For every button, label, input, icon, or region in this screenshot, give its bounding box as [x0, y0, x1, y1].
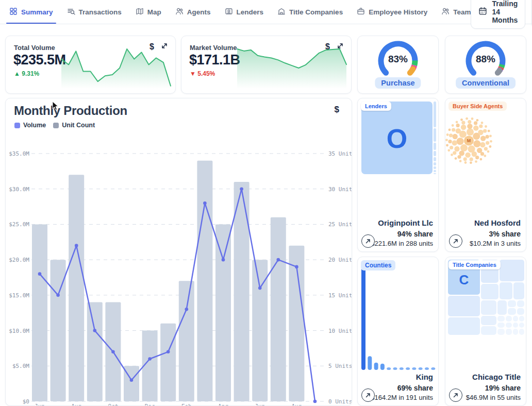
svg-text:Apr: Apr	[218, 403, 228, 406]
county-bar-9[interactable]	[419, 367, 423, 370]
svg-text:$5.0M: $5.0M	[12, 363, 29, 369]
nav-tab-summary[interactable]: Summary	[9, 0, 53, 24]
unit-count-point-6[interactable]	[148, 357, 152, 361]
kpi-change: ▲ 9.31%	[14, 70, 39, 77]
building-icon	[277, 7, 286, 17]
county-bar-11[interactable]	[431, 367, 435, 370]
volume-bar-aug-2[interactable]	[69, 175, 84, 401]
unit-count-point-4[interactable]	[111, 350, 115, 354]
unit-count-point-8[interactable]	[185, 308, 189, 311]
county-bar-0[interactable]	[361, 264, 365, 370]
county-bar-5[interactable]	[393, 367, 397, 370]
county-bar-1[interactable]	[368, 356, 372, 370]
county-name: King	[371, 371, 433, 383]
counties-bar-chart[interactable]	[361, 260, 437, 372]
volume-bar-jul-13[interactable]	[271, 217, 286, 401]
nav-tab-agents[interactable]: Agents	[175, 0, 211, 24]
calendar-icon	[478, 7, 487, 17]
agent-detail: $10.2M in 3 units	[470, 239, 521, 249]
volume-bar-jan-7[interactable]	[160, 324, 176, 401]
nav-tabs: SummaryTransactionsMapAgentsLendersTitle…	[0, 0, 471, 24]
unit-count-point-1[interactable]	[56, 294, 60, 297]
team-icon	[441, 7, 450, 17]
unit-count-point-0[interactable]	[38, 272, 42, 276]
svg-text:$20.0M: $20.0M	[9, 257, 29, 263]
svg-text:30 Units: 30 Units	[328, 186, 352, 193]
svg-text:5 Units: 5 Units	[328, 363, 352, 369]
unit-count-point-13[interactable]	[277, 258, 280, 262]
county-bar-10[interactable]	[425, 367, 429, 370]
svg-text:15 Units: 15 Units	[328, 292, 352, 299]
unit-count-swatch	[53, 123, 59, 128]
nav-tab-lenders[interactable]: Lenders	[225, 0, 264, 24]
kpi-title: Market Volume	[190, 44, 237, 52]
unit-count-point-3[interactable]	[93, 329, 97, 332]
title-companies-open-button[interactable]	[449, 388, 462, 402]
lenders-panel: Lenders O Originpoint Llc 94% share $221…	[357, 98, 439, 252]
total-volume-card: Total Volume $235.5M ▲ 9.31% $	[5, 36, 176, 94]
unit-count-point-10[interactable]	[222, 258, 225, 262]
kpi-title: Total Volume	[14, 44, 55, 52]
lender-share: 94% share	[371, 229, 433, 239]
currency-toggle-icon[interactable]: $	[335, 105, 339, 115]
county-bar-4[interactable]	[387, 367, 391, 370]
county-bar-8[interactable]	[412, 367, 416, 370]
svg-text:Dec: Dec	[145, 403, 155, 406]
chart-title: Monthly Production	[14, 104, 127, 118]
county-bar-2[interactable]	[374, 363, 378, 370]
date-range-button[interactable]: Trailing 14 Months	[471, 0, 525, 29]
lenders-treemap[interactable]: O	[361, 102, 436, 174]
volume-bar-jun-0[interactable]	[32, 224, 47, 401]
agents-open-button[interactable]	[449, 234, 462, 248]
nav-tab-title-companies[interactable]: Title Companies	[277, 0, 343, 24]
volume-bar-apr-10[interactable]	[215, 224, 231, 401]
svg-text:Jun: Jun	[35, 403, 45, 406]
monthly-production-chart[interactable]: $35.0M35 Units$30.0M30 Units$25.0M25 Uni…	[6, 129, 352, 406]
grid-icon	[9, 7, 18, 17]
gauge-label-badge: Conventional	[456, 77, 516, 89]
svg-text:0 Units: 0 Units	[328, 398, 352, 405]
title-companies-treemap[interactable]: C	[448, 260, 524, 335]
volume-bar-sep-3[interactable]	[87, 302, 103, 401]
counties-open-button[interactable]	[361, 388, 375, 402]
buyer-side-agents-badge: Buyer Side Agents	[448, 102, 507, 111]
unit-count-point-7[interactable]	[167, 350, 170, 354]
svg-text:M: M	[467, 138, 471, 143]
svg-text:$10.0M: $10.0M	[9, 328, 29, 334]
volume-bar-mar-9[interactable]	[197, 161, 212, 401]
county-bar-3[interactable]	[380, 364, 385, 370]
counties-panel: Counties King 69% share $164.2M in 191 u…	[357, 257, 439, 406]
volume-bar-jun-12[interactable]	[252, 260, 268, 401]
lender-detail: $221.6M in 288 units	[371, 239, 433, 249]
svg-text:$0: $0	[23, 398, 29, 405]
county-bar-6[interactable]	[400, 367, 404, 370]
agents-bubble-chart[interactable]: M	[445, 98, 526, 186]
legend-volume[interactable]: Volume	[14, 122, 46, 129]
unit-count-point-12[interactable]	[258, 286, 262, 290]
unit-count-point-15[interactable]	[313, 400, 317, 403]
date-range-label: Trailing 14 Months	[492, 0, 518, 24]
county-share: 69% share	[371, 383, 433, 393]
nav-tab-map[interactable]: Map	[136, 0, 161, 24]
arrow-up-right-icon	[453, 238, 459, 244]
unit-count-point-9[interactable]	[203, 201, 207, 205]
top-navbar: SummaryTransactionsMapAgentsLendersTitle…	[0, 0, 532, 24]
unit-count-point-5[interactable]	[130, 378, 134, 382]
svg-text:Aug: Aug	[291, 403, 302, 406]
unit-count-point-14[interactable]	[295, 265, 298, 269]
market-volume-card: Market Volume $171.1B ▼ 5.45% $	[181, 36, 352, 94]
nav-tab-team[interactable]: Team	[441, 0, 471, 24]
unit-count-point-2[interactable]	[75, 244, 78, 247]
search-list-icon	[67, 7, 75, 17]
nav-tab-transactions[interactable]: Transactions	[67, 0, 122, 24]
county-detail: $164.2M in 191 units	[371, 393, 433, 403]
lenders-open-button[interactable]	[361, 234, 375, 248]
nav-tab-employee-history[interactable]: Employee History	[357, 0, 427, 24]
unit-count-point-11[interactable]	[240, 187, 243, 191]
kpi-value: $235.5M	[13, 52, 66, 68]
county-bar-7[interactable]	[406, 367, 410, 370]
volume-bar-feb-8[interactable]	[179, 281, 194, 401]
title-companies-panel: C Title Companies Chicago Title 19% shar…	[445, 257, 526, 406]
legend-unit-count[interactable]: Unit Count	[53, 122, 95, 129]
arrow-up-right-icon	[453, 392, 459, 398]
